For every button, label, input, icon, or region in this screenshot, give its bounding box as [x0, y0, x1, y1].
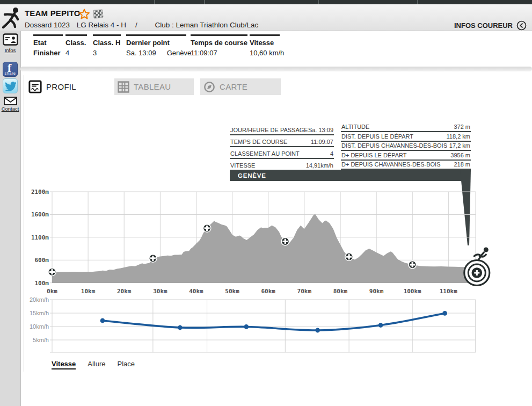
header: TEAM PEPITO Dossard 1023 LG Relais 4 - H… [0, 4, 532, 31]
team-title: TEAM PEPITO [25, 9, 81, 18]
tooltip-row-value: 4 [330, 150, 333, 157]
waypoint-marker[interactable] [345, 253, 353, 260]
waypoint-marker[interactable] [48, 268, 56, 276]
tooltip-row: ALTITUDE372 m [341, 123, 471, 132]
waypoint-tooltip-left: JOUR/HEURE DE PASSAGESa. 13:09TEMPS DE C… [230, 124, 334, 171]
stat-value: 11:09:07 [191, 49, 247, 57]
facebook-share-button[interactable]: f share [3, 62, 18, 77]
subtab-allure[interactable]: Allure [88, 360, 105, 368]
club-name: Club : Leman Triathlon Club/Lac [155, 21, 258, 29]
subtab-vitesse[interactable]: Vitesse [52, 360, 76, 369]
facebook-share-label: share [3, 71, 17, 76]
elev-x-tick: 40km [189, 288, 203, 295]
stat-value: 10,60 km/h [250, 49, 284, 57]
waypoint-marker[interactable] [409, 261, 416, 269]
tooltip-row-value: 11:09:07 [311, 139, 333, 145]
top-nav-separator [318, 0, 319, 4]
elev-x-tick: 80km [333, 288, 348, 295]
waypoint-marker[interactable] [203, 224, 210, 232]
speed-y-tick: 10km/h [30, 323, 49, 330]
stat-value: 4 [65, 49, 87, 57]
speed-point[interactable] [244, 324, 249, 329]
tab-carte-label: CARTE [220, 82, 247, 91]
contact-envelope-icon[interactable] [4, 97, 17, 105]
infos-coureur-label: INFOS COUREUR [454, 21, 513, 30]
stat-vitesse: Vitesse 10,60 km/h [250, 34, 284, 57]
speed-y-tick: 20km/h [30, 296, 49, 303]
circle-back-arrow-icon [516, 20, 527, 31]
sidebar-infos-label[interactable]: Infos [0, 47, 20, 53]
infos-card-icon[interactable] [3, 33, 18, 46]
stat-label: Vitesse [250, 34, 280, 47]
tab-carte[interactable]: CARTE [200, 78, 281, 95]
elev-x-tick: 110km [440, 288, 457, 295]
finish-marker[interactable] [464, 248, 490, 286]
section-divider [20, 67, 532, 71]
top-nav-separator [204, 0, 205, 4]
twitter-share-button[interactable] [3, 78, 18, 93]
elevation-area [52, 214, 476, 283]
tooltip-row: TEMPS DE COURSE11:09:07 [230, 135, 334, 147]
waypoint-marker[interactable] [281, 237, 289, 245]
tooltip-row-label: JOUR/HEURE DE PASSAGE [230, 127, 308, 133]
infos-coureur-button[interactable]: INFOS COUREUR [454, 20, 527, 31]
tab-tableau-label: TABLEAU [134, 82, 171, 91]
tooltip-row-label: D+ DEPUIS CHAVANNES-DES-BOIS [341, 161, 441, 168]
stat-label: Class. H [93, 34, 121, 47]
breadcrumb-separator: / [135, 21, 137, 29]
tab-tableau[interactable]: TABLEAU [114, 78, 194, 95]
tooltip-row-value: 3956 m [450, 152, 470, 158]
race-tracker-page: TEAM PEPITO Dossard 1023 LG Relais 4 - H… [0, 0, 532, 406]
elev-x-tick: 60km [261, 288, 275, 295]
stat-temps-course: Temps de course 11:09:07 [191, 34, 247, 57]
tooltip-row-value: 14,91km/h [306, 162, 333, 169]
elev-y-tick: 100m [35, 280, 49, 287]
tooltip-row-value: 17,2 km [449, 142, 470, 149]
stat-value-place: Genève [167, 49, 192, 57]
top-nav-separator [417, 0, 418, 4]
runner-logo-icon [2, 6, 23, 31]
speed-point[interactable] [315, 328, 320, 333]
stat-value: Sa. 13:09 [126, 49, 156, 57]
waypoint-marker[interactable] [149, 255, 157, 262]
twitter-bird-icon [4, 79, 18, 93]
tooltip-row: DIST. DEPUIS LE DÉPART118,2 km [341, 132, 471, 141]
stat-dernier-point: Dernier point Sa. 13:09Genève [126, 34, 191, 57]
elev-x-tick: 0km [47, 288, 57, 295]
checkered-flag-icon[interactable] [93, 9, 103, 18]
speed-point[interactable] [178, 325, 183, 330]
stat-value: Finisher [33, 49, 63, 57]
speed-point[interactable] [378, 323, 383, 328]
tooltip-row-label: TEMPS DE COURSE [230, 139, 287, 145]
tooltip-row-label: DIST. DEPUIS CHAVANNES-DES-BOIS [341, 142, 447, 149]
stat-label: Etat [33, 34, 63, 47]
waypoint-tooltip-right: ALTITUDE372 mDIST. DEPUIS LE DÉPART118,2… [341, 123, 471, 170]
finish-runner-icon [474, 248, 489, 260]
elev-y-tick: 2100m [31, 189, 49, 195]
tab-profil[interactable]: PROFIL [28, 78, 76, 95]
stat-etat: Etat Finisher [33, 34, 63, 57]
sidebar: Infos f share Contact [0, 31, 21, 406]
elev-x-tick: 90km [369, 288, 384, 295]
tooltip-row-label: DIST. DEPUIS LE DÉPART [341, 133, 413, 140]
elev-y-tick: 1600m [31, 211, 49, 218]
stat-classement-h: Class. H 3 [93, 34, 121, 57]
sidebar-contact-label[interactable]: Contact [0, 106, 20, 112]
tooltip-row-label: CLASSEMENT AU POINT [230, 150, 300, 157]
speed-point[interactable] [442, 311, 447, 316]
speed-line [103, 313, 445, 330]
top-nav-bar [0, 0, 532, 4]
subtab-place[interactable]: Place [118, 360, 135, 368]
elev-x-tick: 20km [117, 288, 132, 295]
elev-y-tick: 600m [35, 257, 49, 264]
elev-x-tick: 70km [297, 288, 312, 295]
runner-subline: Dossard 1023 LG Relais 4 - H / Club : Le… [25, 21, 258, 29]
elev-x-tick: 30km [153, 288, 167, 295]
favorite-star-icon[interactable] [79, 9, 90, 19]
top-nav-separator [154, 0, 155, 4]
tooltip-row: D+ DEPUIS LE DÉPART3956 m [341, 151, 471, 160]
geneve-label: GENÈVE [238, 172, 266, 179]
dossard-number: Dossard 1023 [25, 21, 70, 29]
speed-point[interactable] [100, 318, 105, 323]
tooltip-row-label: VITESSE [230, 162, 255, 169]
